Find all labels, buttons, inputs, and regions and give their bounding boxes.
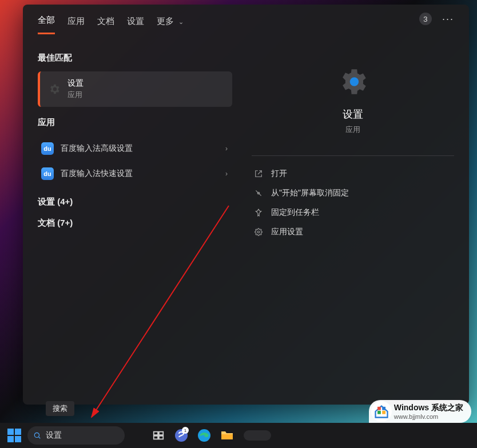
chevron-right-icon: › (225, 145, 228, 153)
unpin-icon (254, 189, 263, 197)
action-open[interactable]: 打开 (252, 164, 454, 183)
search-input-value: 设置 (46, 430, 62, 441)
watermark: Windows 系统之家 www.bjjmlv.com (369, 400, 471, 423)
app-result-label: 百度输入法高级设置 (61, 143, 133, 154)
app-result-label: 百度输入法快速设置 (61, 169, 133, 179)
divider (252, 155, 454, 156)
sogou-browser-icon[interactable]: 1 (172, 426, 191, 445)
search-details-right: 设置 应用 打开 从"开始"屏幕取消固定 固定到任务栏 (237, 42, 454, 405)
tab-more-label: 更多 (157, 16, 174, 26)
action-app-settings[interactable]: 应用设置 (252, 222, 454, 242)
start-button[interactable] (5, 426, 24, 445)
taskbar-search[interactable]: 设置 (27, 426, 125, 445)
edge-browser-icon[interactable] (194, 426, 214, 445)
docs-more-link[interactable]: 文档 (7+) (38, 218, 232, 229)
svg-point-2 (257, 231, 260, 233)
tab-apps[interactable]: 应用 (67, 8, 85, 34)
best-match-header: 最佳匹配 (38, 53, 232, 63)
watermark-title: Windows 系统之家 (394, 403, 463, 413)
svg-rect-16 (382, 407, 385, 410)
svg-rect-15 (377, 407, 381, 410)
baidu-icon: du (41, 167, 54, 180)
svg-rect-14 (382, 411, 385, 414)
gear-icon-large (336, 65, 369, 98)
task-view-button[interactable] (149, 426, 168, 445)
svg-rect-6 (159, 432, 163, 435)
svg-rect-12 (244, 430, 271, 441)
search-tabs: 全部 应用 文档 设置 更多 ⌄ 3 ··· (38, 5, 454, 37)
best-match-result[interactable]: 设置 应用 (38, 71, 232, 107)
tab-docs[interactable]: 文档 (97, 8, 114, 34)
search-window: 全部 应用 文档 设置 更多 ⌄ 3 ··· 最佳匹配 设置 应用 (23, 5, 469, 405)
best-match-title: 设置 (67, 78, 84, 89)
badge-icon: 1 (182, 427, 189, 434)
gear-icon (254, 228, 263, 236)
svg-point-4 (34, 433, 39, 437)
svg-point-0 (350, 77, 359, 86)
taskbar: 设置 1 (0, 423, 477, 448)
details-subtitle: 应用 (252, 125, 454, 135)
search-icon (33, 431, 41, 439)
recent-count-badge[interactable]: 3 (419, 13, 432, 25)
svg-rect-11 (221, 434, 233, 439)
tab-settings[interactable]: 设置 (127, 8, 144, 34)
gear-icon (48, 83, 61, 95)
open-icon (254, 170, 263, 178)
action-label: 固定到任务栏 (271, 207, 319, 218)
search-results-left: 最佳匹配 设置 应用 应用 du 百度输入法高级设置 › du 百度输入法快速设… (38, 42, 232, 405)
apps-header: 应用 (38, 117, 232, 128)
more-options-button[interactable]: ··· (442, 13, 454, 25)
action-unpin-start[interactable]: 从"开始"屏幕取消固定 (252, 183, 454, 203)
tab-more[interactable]: 更多 ⌄ (157, 8, 184, 34)
svg-rect-13 (377, 411, 381, 414)
chevron-right-icon: › (225, 170, 228, 178)
search-tooltip: 搜索 (46, 401, 74, 416)
taskbar-app-icon[interactable] (240, 426, 275, 445)
app-result-0[interactable]: du 百度输入法高级设置 › (38, 136, 232, 161)
svg-rect-5 (154, 432, 158, 435)
watermark-logo (371, 401, 392, 422)
pin-icon (254, 209, 263, 217)
app-result-1[interactable]: du 百度输入法快速设置 › (38, 161, 232, 186)
action-label: 打开 (271, 169, 287, 179)
settings-more-link[interactable]: 设置 (4+) (38, 197, 232, 207)
watermark-url: www.bjjmlv.com (394, 413, 463, 420)
details-title: 设置 (252, 107, 454, 121)
action-label: 应用设置 (271, 227, 303, 237)
svg-rect-7 (154, 436, 158, 439)
chevron-down-icon: ⌄ (178, 18, 184, 25)
tab-all[interactable]: 全部 (38, 7, 55, 34)
svg-rect-8 (159, 436, 163, 439)
action-label: 从"开始"屏幕取消固定 (271, 188, 349, 198)
best-match-subtitle: 应用 (67, 90, 84, 100)
file-explorer-icon[interactable] (217, 426, 237, 445)
details-header: 设置 应用 (252, 42, 454, 145)
action-pin-taskbar[interactable]: 固定到任务栏 (252, 203, 454, 222)
baidu-icon: du (41, 142, 54, 155)
